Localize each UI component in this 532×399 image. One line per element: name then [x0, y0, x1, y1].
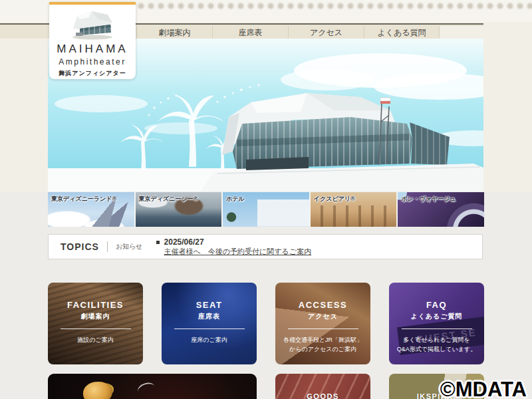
- card-facilities-title: FACILITIES: [67, 300, 124, 310]
- gold-emblem-image: [83, 382, 112, 399]
- card-goods-title: GOODS: [275, 392, 370, 399]
- card-seat[interactable]: SEAT 座席表 座席のご案内: [162, 283, 257, 364]
- card-seat-content: SEAT 座席表 座席のご案内: [162, 283, 257, 345]
- card-seat-title: SEAT: [196, 300, 223, 310]
- link-bon-voyage-label: ボン・ヴォヤージュ: [401, 195, 456, 203]
- logo-japanese-name: 舞浜アンフィシアター: [49, 69, 136, 78]
- white-flourish-image: [136, 380, 156, 397]
- logo-building-image: [66, 7, 118, 41]
- logo-subtitle: Amphitheater: [49, 57, 136, 66]
- card-divider: [402, 329, 472, 329]
- page: 劇場案内 座席表 アクセス よくある質問 MAIHAMA Amphitheate…: [0, 0, 532, 399]
- card-access-desc: 各種交通手段とJR「舞浜駅」 からのアクセスのご案内: [283, 336, 362, 354]
- nav-item-faq[interactable]: よくある質問: [364, 26, 440, 40]
- card-seat-subtitle: 座席表: [198, 312, 220, 321]
- card-faq-title: FAQ: [426, 300, 447, 310]
- card-facilities-desc: 施設のご案内: [77, 336, 113, 345]
- card-goods[interactable]: GOODS: [275, 374, 370, 399]
- topics-tag: お知らせ: [116, 242, 143, 251]
- topics-news-link[interactable]: 主催者様へ 今後の予約受付に関するご案内: [164, 247, 312, 257]
- logo-title: MAIHAMA: [49, 43, 136, 56]
- topics-date: 2025/06/27: [164, 237, 204, 247]
- nav-right-cap: [440, 26, 483, 40]
- card-facilities-subtitle: 劇場案内: [81, 312, 110, 321]
- card-access-content: ACCSESS アクセス 各種交通手段とJR「舞浜駅」 からのアクセスのご案内: [275, 283, 370, 354]
- link-ikspiari[interactable]: イクスピアリ®: [311, 192, 397, 227]
- card-seat-desc: 座席のご案内: [191, 336, 227, 345]
- card-divider: [61, 329, 131, 329]
- card-access-title: ACCSESS: [299, 300, 347, 310]
- topics-news-entry: 2025/06/27 主催者様へ 今後の予約受付に関するご案内: [156, 237, 312, 257]
- card-divider: [288, 329, 358, 329]
- event-banner-card[interactable]: [48, 374, 257, 399]
- card-access-subtitle: アクセス: [308, 312, 338, 321]
- card-faq-desc: 多く寄せられるご質問を Q&A形式で掲載しています。: [397, 336, 476, 354]
- link-tokyo-disneyland-label: 東京ディズニーランド®: [51, 195, 116, 203]
- link-tokyo-disneysea[interactable]: 東京ディズニーシー®: [136, 192, 222, 227]
- nav-item-access[interactable]: アクセス: [288, 26, 364, 40]
- card-divider: [174, 329, 245, 329]
- link-hotel[interactable]: ホテル: [223, 192, 309, 227]
- site-logo[interactable]: MAIHAMA Amphitheater 舞浜アンフィシアター: [49, 2, 136, 79]
- watermark: ©MDATA: [440, 378, 527, 399]
- topics-heading: TOPICS: [61, 241, 99, 252]
- link-bon-voyage[interactable]: ボン・ヴォヤージュ: [398, 192, 484, 227]
- bullet-icon: [156, 241, 160, 244]
- resort-links-strip: 東京ディズニーランド® 東京ディズニーシー® ホテル イクスピアリ® ボン・ヴォ…: [48, 192, 484, 227]
- nav-item-seat-chart[interactable]: 座席表: [212, 26, 288, 40]
- card-facilities[interactable]: FACILITIES 劇場案内 施設のご案内: [48, 283, 143, 364]
- nav-item-theater-guide[interactable]: 劇場案内: [136, 26, 212, 40]
- card-faq-content: FAQ よくあるご質問 多く寄せられるご質問を Q&A形式で掲載しています。: [389, 283, 484, 354]
- top-pattern: [136, 1, 532, 10]
- card-faq-subtitle: よくあるご質問: [410, 312, 462, 321]
- feature-cards: FACILITIES 劇場案内 施設のご案内 SEAT 座席表 座席のご案内 A…: [48, 283, 484, 364]
- link-tokyo-disneyland[interactable]: 東京ディズニーランド®: [48, 192, 134, 227]
- link-tokyo-disneysea-label: 東京ディズニーシー®: [139, 195, 198, 203]
- card-facilities-content: FACILITIES 劇場案内 施設のご案内: [48, 283, 143, 345]
- link-hotel-label: ホテル: [226, 195, 245, 203]
- topics-date-row: 2025/06/27: [156, 237, 312, 247]
- link-ikspiari-label: イクスピアリ®: [314, 195, 355, 203]
- card-faq[interactable]: GUEST SE FAQ よくあるご質問 多く寄せられるご質問を Q&A形式で掲…: [389, 283, 484, 364]
- topics-box: TOPICS お知らせ 2025/06/27 主催者様へ 今後の予約受付に関する…: [48, 234, 483, 259]
- card-access[interactable]: ACCSESS アクセス 各種交通手段とJR「舞浜駅」 からのアクセスのご案内: [275, 283, 370, 364]
- nav-items: 劇場案内 座席表 アクセス よくある質問: [136, 26, 440, 40]
- topics-separator: [107, 241, 108, 252]
